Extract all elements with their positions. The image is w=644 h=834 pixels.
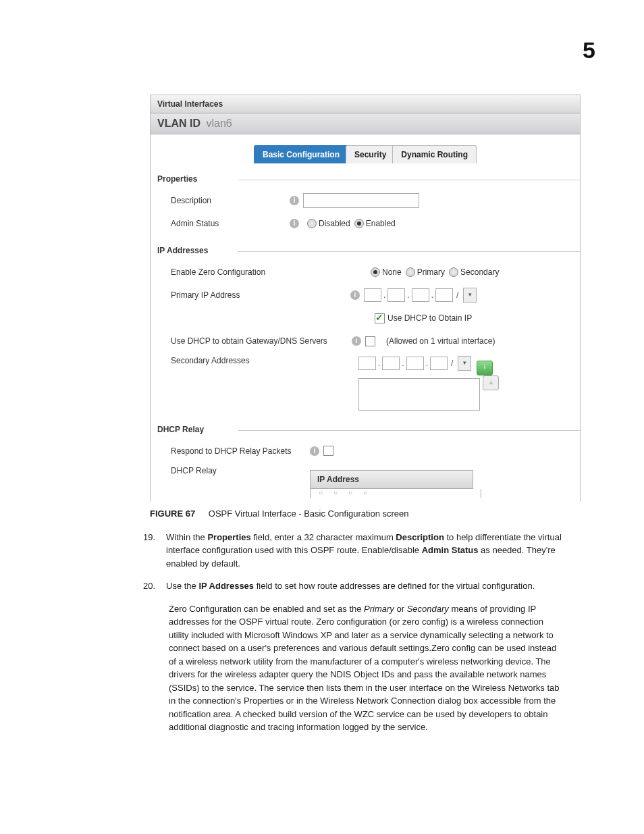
respond-relay-label: Respond to DHCP Relay Packets (171, 446, 306, 456)
use-dhcp-gw-checkbox[interactable] (365, 336, 375, 346)
dropdown-icon[interactable]: ▾ (458, 356, 471, 371)
info-icon[interactable]: i (290, 196, 299, 205)
use-dhcp-gw-label: Use DHCP to obtain Gateway/DNS Servers (171, 336, 348, 346)
info-icon[interactable]: i (350, 290, 360, 300)
figure-label: FIGURE 67 (150, 509, 195, 519)
add-icon[interactable] (477, 361, 493, 375)
admin-status-label: Admin Status (171, 219, 286, 228)
figure-caption: FIGURE 67 OSPF Virtual Interface - Basic… (150, 509, 603, 519)
primary-ip-input[interactable]: ... / ▾ (364, 288, 477, 303)
secondary-addresses-label: Secondary Addresses (171, 356, 358, 365)
page-number: 5 (583, 37, 595, 63)
respond-relay-checkbox[interactable] (323, 446, 333, 456)
info-icon[interactable]: i (352, 336, 361, 346)
radio-primary[interactable] (406, 267, 415, 277)
tab-strip: Basic ConfigurationSecurityDynamic Routi… (151, 134, 580, 167)
allowed-note: (Allowed on 1 virtual interface) (386, 336, 495, 346)
radio-primary-label: Primary (417, 267, 445, 277)
body-paragraph: Zero Configuration can be enabled and se… (169, 602, 564, 734)
secondary-ip-input[interactable]: ... / ▾ (358, 356, 471, 371)
radio-enabled-label: Enabled (366, 219, 396, 228)
description-label: Description (171, 196, 286, 205)
info-icon[interactable]: i (290, 219, 299, 228)
radio-disabled-label: Disabled (319, 219, 350, 228)
radio-disabled[interactable] (307, 219, 317, 228)
panel-title: Virtual Interfaces (151, 95, 580, 113)
use-dhcp-ip-checkbox[interactable] (375, 313, 385, 323)
tab-dynamic-routing[interactable]: Dynamic Routing (392, 145, 477, 163)
tab-security[interactable]: Security (346, 145, 395, 163)
radio-secondary[interactable] (449, 267, 458, 277)
description-input[interactable] (303, 193, 419, 208)
table-row: ○○○○ (310, 489, 481, 498)
vlan-header: VLAN ID vlan6 (151, 113, 580, 134)
dropdown-icon[interactable]: ▾ (463, 288, 477, 303)
section-properties: Properties (151, 167, 580, 185)
secondary-addresses-list[interactable] (358, 378, 480, 411)
primary-ip-label: Primary IP Address (171, 290, 346, 300)
step-number: 19. (143, 531, 155, 544)
config-panel: Virtual Interfaces VLAN ID vlan6 Basic C… (150, 95, 581, 502)
step-19: 19. Within the Properties field, enter a… (166, 531, 564, 571)
radio-secondary-label: Secondary (460, 267, 499, 277)
step-number: 20. (143, 579, 155, 593)
section-ip-addresses: IP Addresses (151, 239, 580, 257)
dhcp-relay-label: DHCP Relay (171, 466, 310, 475)
radio-none-label: None (382, 267, 402, 277)
radio-none[interactable] (371, 267, 380, 277)
tab-basic-configuration[interactable]: Basic Configuration (254, 145, 348, 163)
vlan-id-label: VLAN ID (157, 118, 200, 129)
ip-address-column-header: IP Address (310, 470, 473, 489)
section-dhcp-relay: DHCP Relay (151, 418, 580, 436)
up-icon[interactable]: ▵ (483, 375, 499, 390)
use-dhcp-ip-label: Use DHCP to Obtain IP (387, 313, 472, 323)
step-20: 20. Use the IP Addresses field to set ho… (166, 579, 564, 593)
vlan-id-value: vlan6 (206, 118, 232, 129)
info-icon[interactable]: i (310, 446, 319, 456)
radio-enabled[interactable] (354, 219, 364, 228)
zero-config-label: Enable Zero Configuration (171, 267, 367, 277)
figure-text: OSPF Virtual Interface - Basic Configura… (209, 509, 409, 519)
